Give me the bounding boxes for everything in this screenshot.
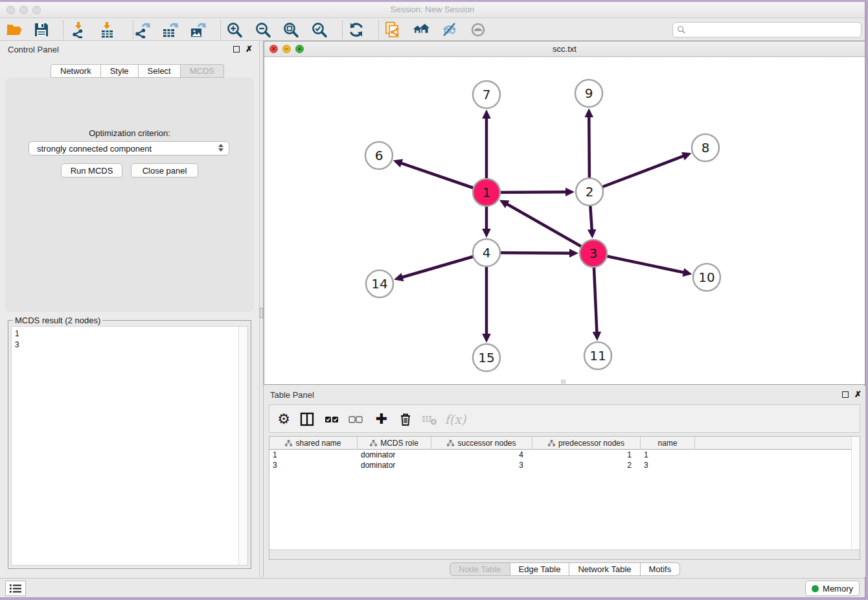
add-column-icon[interactable]: ✚ (372, 410, 391, 428)
zoom-selected-icon[interactable] (310, 21, 328, 39)
table-cell[interactable]: 1 (532, 450, 641, 460)
table-cell[interactable]: 1 (641, 450, 695, 460)
edge-arrow (682, 268, 692, 277)
zoom-in-icon[interactable] (225, 21, 244, 39)
mcds-result-title: MCDS result (2 nodes) (13, 316, 102, 325)
task-history-button[interactable] (5, 581, 26, 596)
delete-table-icon (420, 410, 439, 428)
column-header-shared-name[interactable]: shared name (269, 437, 358, 450)
optimization-criterion-dropdown[interactable]: strongly connected component (29, 141, 229, 156)
network-window-titlebar[interactable]: × − + scc.txt (264, 41, 865, 57)
table-tabs: Node TableEdge TableNetwork TableMotifs (450, 562, 680, 576)
list-icon (9, 583, 22, 594)
import-network-icon[interactable] (69, 21, 87, 39)
tab-node-table[interactable]: Node Table (450, 562, 510, 576)
table-vertical-scrollbar[interactable] (851, 437, 860, 549)
clone-network-icon[interactable] (383, 21, 402, 39)
vertical-splitter[interactable] (259, 41, 264, 577)
table-cell[interactable]: 3 (431, 460, 532, 470)
column-header-predecessor-nodes[interactable]: predecessor nodes (532, 437, 641, 450)
column-header-MCDS-role[interactable]: MCDS role (358, 437, 431, 450)
toolbar-separator (378, 21, 379, 39)
edge-arrow (569, 249, 578, 258)
close-panel-icon[interactable]: ✗ (246, 44, 253, 54)
table-horizontal-scrollbar[interactable] (269, 549, 860, 559)
table-row[interactable]: 3dominator323 (269, 460, 695, 470)
edge-3-1[interactable] (506, 203, 593, 253)
table-panel-header: Table Panel ✗ (264, 386, 865, 404)
node-label-2: 2 (586, 184, 594, 200)
control-panel-tabs: NetworkStyleSelectMCDS (51, 64, 224, 78)
open-folder-icon[interactable] (5, 21, 23, 39)
table-panel-title: Table Panel (270, 390, 314, 400)
tab-motifs[interactable]: Motifs (641, 562, 681, 576)
node-label-6: 6 (375, 148, 383, 163)
tab-network-table[interactable]: Network Table (569, 562, 640, 576)
deselect-all-icon[interactable] (347, 410, 365, 428)
table-cell[interactable]: dominator (358, 450, 431, 460)
status-bar: Memory (0, 578, 865, 597)
settings-gear-icon[interactable]: ⚙ (275, 410, 293, 428)
delete-column-icon[interactable] (396, 410, 415, 428)
export-image-icon[interactable] (188, 21, 207, 39)
tab-network[interactable]: Network (51, 64, 101, 78)
search-icon (677, 25, 686, 34)
close-table-panel-icon[interactable]: ✗ (854, 389, 862, 399)
column-header-name[interactable]: name (641, 437, 695, 450)
zoom-out-icon[interactable] (254, 21, 272, 39)
toolbar-separator (342, 21, 343, 39)
network-canvas[interactable]: 7968124314101511 (264, 57, 865, 384)
result-scrollbar[interactable] (238, 327, 247, 565)
float-panel-icon[interactable] (233, 46, 240, 52)
export-network-icon[interactable] (133, 21, 151, 39)
save-icon[interactable] (32, 21, 51, 39)
function-builder-icon: f(x) (446, 410, 464, 428)
tab-mcds[interactable]: MCDS (181, 64, 224, 78)
control-panel-header: Control Panel ✗ (0, 41, 259, 59)
table-row[interactable]: 1dominator411 (269, 450, 695, 460)
table-cell[interactable]: 3 (641, 460, 695, 470)
export-table-icon[interactable] (161, 21, 179, 39)
search-box[interactable] (672, 22, 862, 38)
edge-arrow (482, 110, 491, 119)
network-window-title: scc.txt (264, 44, 865, 54)
search-input[interactable] (689, 23, 861, 36)
node-label-4: 4 (483, 245, 491, 260)
dropdown-stepper-icon (218, 144, 223, 152)
toolbar-separator (63, 21, 63, 39)
node-table[interactable]: shared nameMCDS rolesuccessor nodesprede… (269, 436, 860, 560)
edge-arrow (393, 159, 403, 168)
close-panel-button[interactable]: Close panel (131, 163, 198, 178)
table-cell[interactable]: 1 (269, 450, 358, 460)
memory-button[interactable]: Memory (805, 581, 860, 596)
mcds-result-value: 3 (12, 340, 247, 351)
tab-edge-table[interactable]: Edge Table (510, 562, 570, 576)
tab-style[interactable]: Style (101, 64, 139, 78)
edge-2-8[interactable] (589, 156, 684, 192)
network-resize-grip[interactable] (561, 380, 565, 384)
run-mcds-button[interactable]: Run MCDS (61, 163, 122, 178)
select-all-icon[interactable] (323, 410, 341, 428)
node-label-14: 14 (371, 276, 387, 292)
column-header-successor-nodes[interactable]: successor nodes (431, 437, 532, 450)
table-cell[interactable]: 2 (532, 460, 641, 470)
node-label-10: 10 (698, 270, 714, 285)
tab-select[interactable]: Select (139, 64, 181, 78)
zoom-fit-icon[interactable] (282, 21, 300, 39)
splitter-grip[interactable] (260, 308, 263, 318)
import-table-icon[interactable] (98, 21, 116, 39)
table-cell[interactable]: 3 (269, 460, 358, 470)
app-window: Session: New Session Control Panel ✗ Net… (0, 2, 865, 598)
mcds-result-textarea[interactable]: 13 (11, 326, 248, 566)
column-visibility-icon[interactable] (298, 410, 316, 428)
table-cell[interactable]: dominator (358, 460, 431, 470)
refresh-icon[interactable] (347, 21, 365, 39)
birds-eye-icon[interactable] (412, 21, 430, 39)
optimization-criterion-label: Optimization criterion: (5, 128, 254, 138)
network-graph[interactable]: 7968124314101511 (264, 57, 865, 384)
table-header-row: shared nameMCDS rolesuccessor nodesprede… (269, 437, 852, 450)
eye-icon[interactable] (469, 21, 487, 39)
hide-glasses-icon[interactable] (440, 21, 459, 39)
table-cell[interactable]: 4 (431, 450, 532, 460)
float-table-panel-icon[interactable] (842, 391, 849, 398)
